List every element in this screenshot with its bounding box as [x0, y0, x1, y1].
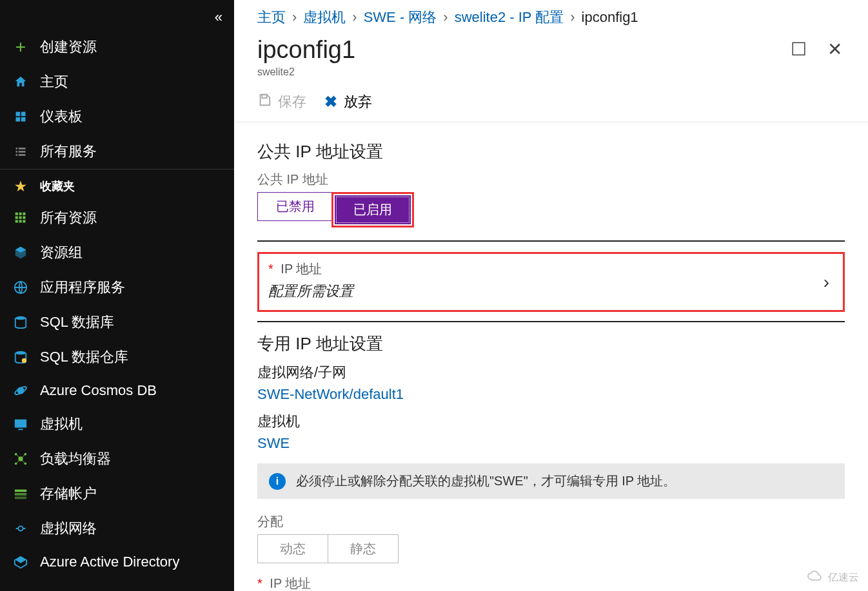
- chevron-right-icon: ›: [443, 9, 448, 26]
- sidebar: « + 创建资源 主页 仪表板 所有服务 ★ 收藏夹 所有资源 资: [0, 0, 234, 591]
- svg-rect-10: [15, 213, 18, 215]
- chevron-right-icon: ›: [570, 9, 575, 26]
- divider: [257, 321, 845, 322]
- breadcrumb-current: ipconfig1: [582, 9, 638, 26]
- svg-rect-32: [15, 490, 26, 492]
- svg-rect-7: [19, 151, 26, 153]
- required-star-icon: *: [268, 262, 273, 276]
- svg-rect-2: [16, 117, 21, 122]
- svg-rect-3: [21, 117, 26, 122]
- svg-rect-6: [16, 151, 18, 153]
- vm-label: 虚拟机: [257, 412, 845, 431]
- svg-point-22: [22, 358, 26, 363]
- cosmos-icon: [13, 383, 28, 398]
- sidebar-sql-dw[interactable]: SQL 数据仓库: [0, 340, 234, 374]
- save-icon: [257, 93, 271, 111]
- vnet-link[interactable]: SWE-NetWork/default1: [257, 386, 845, 403]
- sidebar-resource-groups[interactable]: 资源组: [0, 235, 234, 270]
- svg-rect-11: [19, 213, 22, 215]
- star-icon: ★: [13, 179, 28, 194]
- watermark: 亿速云: [806, 570, 859, 585]
- breadcrumb: 主页 › 虚拟机 › SWE - 网络 › swelite2 - IP 配置 ›…: [234, 0, 868, 32]
- sidebar-cosmos-db[interactable]: Azure Cosmos DB: [0, 374, 234, 407]
- svg-point-21: [15, 351, 26, 355]
- alloc-dynamic: 动态: [257, 534, 328, 563]
- highlight-enabled-annotation: 已启用: [331, 192, 414, 228]
- sidebar-virtual-networks[interactable]: 虚拟网络: [0, 511, 234, 546]
- home-icon: [13, 74, 28, 90]
- storage-icon: [13, 486, 28, 501]
- sql-db-icon: [13, 315, 28, 330]
- svg-rect-17: [19, 220, 22, 222]
- allocation-toggle: 动态 静态: [257, 534, 845, 563]
- sidebar-storage[interactable]: 存储帐户: [0, 476, 234, 511]
- discard-icon: ✖: [324, 93, 337, 111]
- ip-address-label: IP 地址: [281, 262, 322, 276]
- vm-link[interactable]: SWE: [257, 435, 845, 452]
- vm-icon: [13, 416, 28, 432]
- svg-rect-15: [23, 217, 25, 219]
- svg-rect-12: [23, 213, 25, 215]
- svg-rect-25: [15, 420, 26, 428]
- sidebar-all-services[interactable]: 所有服务: [0, 134, 234, 169]
- breadcrumb-swelite2-ip[interactable]: swelite2 - IP 配置: [455, 8, 564, 27]
- svg-rect-34: [15, 497, 26, 499]
- toggle-enabled[interactable]: 已启用: [335, 195, 411, 224]
- main-panel: 主页 › 虚拟机 › SWE - 网络 › swelite2 - IP 配置 ›…: [234, 0, 868, 591]
- list-icon: [13, 144, 28, 159]
- sidebar-aad[interactable]: Azure Active Directory: [0, 546, 234, 578]
- maximize-icon[interactable]: ☐: [788, 36, 809, 63]
- discard-button[interactable]: ✖ 放弃: [324, 92, 372, 111]
- breadcrumb-vm[interactable]: 虚拟机: [303, 8, 346, 27]
- chevron-right-icon: ›: [352, 9, 357, 26]
- vnet-icon: [13, 521, 28, 536]
- close-icon[interactable]: ✕: [825, 36, 845, 63]
- sidebar-app-services[interactable]: 应用程序服务: [0, 270, 234, 305]
- svg-rect-26: [18, 429, 23, 430]
- alloc-static: 静态: [328, 534, 399, 563]
- divider: [257, 240, 845, 242]
- collapse-sidebar-icon[interactable]: «: [215, 9, 222, 26]
- public-ip-toggle: 已禁用: [257, 192, 333, 221]
- info-banner: i 必须停止或解除分配关联的虚拟机"SWE"，才可编辑专用 IP 地址。: [257, 463, 845, 499]
- svg-rect-14: [19, 217, 22, 219]
- private-ip-label: * IP 地址: [257, 575, 845, 591]
- globe-icon: [13, 280, 28, 295]
- cube-icon: [13, 245, 28, 260]
- toggle-disabled[interactable]: 已禁用: [257, 192, 333, 221]
- svg-point-20: [15, 316, 26, 320]
- chevron-right-icon: ›: [824, 272, 829, 293]
- svg-rect-18: [23, 220, 25, 222]
- cloud-icon: [806, 570, 824, 585]
- svg-rect-13: [15, 217, 18, 219]
- breadcrumb-swe-network[interactable]: SWE - 网络: [364, 8, 437, 27]
- svg-rect-16: [15, 220, 18, 222]
- private-ip-section-title: 专用 IP 地址设置: [257, 333, 845, 355]
- sidebar-dashboard[interactable]: 仪表板: [0, 99, 234, 134]
- chevron-right-icon: ›: [292, 9, 297, 26]
- svg-rect-4: [16, 148, 18, 150]
- plus-icon: +: [13, 39, 28, 55]
- sidebar-all-resources[interactable]: 所有资源: [0, 200, 234, 235]
- svg-rect-1: [21, 112, 26, 117]
- sidebar-home[interactable]: 主页: [0, 64, 234, 99]
- highlight-ip-selector-annotation: * IP 地址 配置所需设置: [257, 252, 845, 312]
- svg-rect-35: [262, 95, 266, 99]
- sidebar-create-resource[interactable]: + 创建资源: [0, 30, 234, 64]
- svg-rect-33: [15, 493, 26, 496]
- required-star-icon: *: [257, 576, 262, 590]
- ip-address-selector[interactable]: * IP 地址 配置所需设置 ›: [257, 252, 845, 312]
- info-text: 必须停止或解除分配关联的虚拟机"SWE"，才可编辑专用 IP 地址。: [296, 472, 676, 490]
- grid-icon: [13, 210, 28, 226]
- sidebar-load-balancers[interactable]: 负载均衡器: [0, 441, 234, 476]
- sidebar-virtual-machines[interactable]: 虚拟机: [0, 407, 234, 441]
- public-ip-section-title: 公共 IP 地址设置: [257, 140, 845, 163]
- page-subtitle: swelite2: [234, 66, 868, 86]
- info-icon: i: [269, 473, 286, 490]
- content-area: 公共 IP 地址设置 公共 IP 地址 已禁用 已启用 * IP 地址 配置所需…: [234, 122, 868, 591]
- aad-icon: [13, 554, 28, 570]
- sidebar-favorites-header: ★ 收藏夹: [0, 169, 234, 200]
- lb-icon: [13, 451, 28, 467]
- breadcrumb-home[interactable]: 主页: [257, 8, 286, 27]
- sidebar-sql-db[interactable]: SQL 数据库: [0, 305, 234, 340]
